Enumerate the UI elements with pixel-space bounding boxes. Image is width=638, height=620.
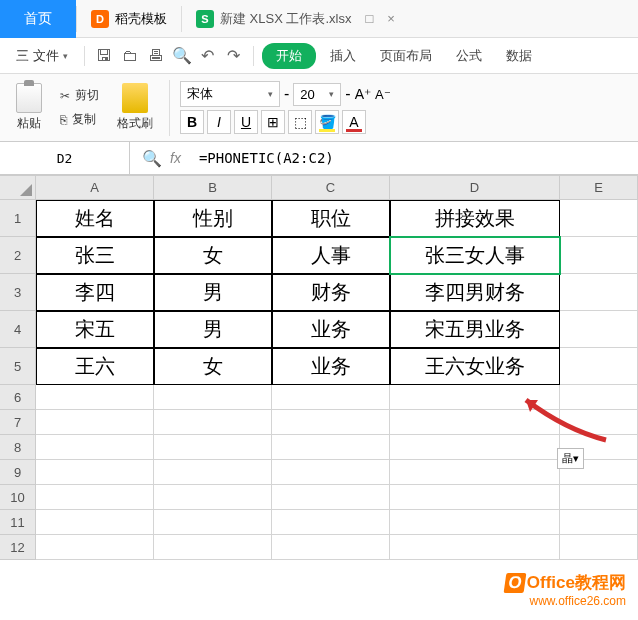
cell[interactable] — [272, 435, 390, 460]
cell[interactable]: 职位 — [272, 200, 390, 237]
tab-home[interactable]: 首页 — [0, 0, 76, 38]
cell[interactable] — [154, 535, 272, 560]
folder-icon[interactable]: 🗀 — [119, 45, 141, 67]
font-name-select[interactable]: 宋体▾ — [180, 81, 280, 107]
cell[interactable] — [36, 385, 154, 410]
paste-button[interactable]: 粘贴 — [10, 79, 48, 136]
tab-docer[interactable]: D 稻壳模板 — [77, 0, 181, 38]
cell[interactable] — [36, 410, 154, 435]
cut-button[interactable]: ✂剪切 — [54, 85, 105, 106]
font-color-button[interactable]: A — [342, 110, 366, 134]
fill-color-button[interactable]: 🪣 — [315, 110, 339, 134]
row-header[interactable]: 7 — [0, 410, 36, 435]
row-header[interactable]: 11 — [0, 510, 36, 535]
cell[interactable] — [154, 410, 272, 435]
cell[interactable] — [560, 200, 638, 237]
ribbon-tab-insert[interactable]: 插入 — [320, 43, 366, 69]
save-icon[interactable]: 🖫 — [93, 45, 115, 67]
row-header[interactable]: 5 — [0, 348, 36, 385]
cell[interactable]: 宋五 — [36, 311, 154, 348]
row-header[interactable]: 3 — [0, 274, 36, 311]
cell[interactable]: 拼接效果 — [390, 200, 560, 237]
format-painter-button[interactable]: 格式刷 — [111, 79, 159, 136]
cell[interactable] — [560, 485, 638, 510]
cell[interactable] — [272, 510, 390, 535]
row-header[interactable]: 8 — [0, 435, 36, 460]
col-header-c[interactable]: C — [272, 176, 390, 200]
col-header-b[interactable]: B — [154, 176, 272, 200]
cell-reference[interactable]: D2 — [0, 142, 130, 174]
decrease-font-icon[interactable]: A⁻ — [375, 87, 391, 102]
cell[interactable]: 李四男财务 — [390, 274, 560, 311]
zoom-icon[interactable]: 🔍 — [142, 149, 162, 168]
preview-icon[interactable]: 🔍 — [171, 45, 193, 67]
cell[interactable] — [154, 385, 272, 410]
cell[interactable]: 男 — [154, 311, 272, 348]
cell[interactable]: 王六 — [36, 348, 154, 385]
row-header[interactable]: 2 — [0, 237, 36, 274]
cell[interactable] — [390, 485, 560, 510]
cell[interactable] — [272, 535, 390, 560]
cell[interactable] — [390, 510, 560, 535]
cell[interactable] — [272, 460, 390, 485]
ribbon-tab-layout[interactable]: 页面布局 — [370, 43, 442, 69]
col-header-e[interactable]: E — [560, 176, 638, 200]
cell[interactable] — [390, 460, 560, 485]
cell[interactable] — [560, 510, 638, 535]
cell[interactable]: 女 — [154, 237, 272, 274]
cell[interactable] — [154, 510, 272, 535]
row-header[interactable]: 9 — [0, 460, 36, 485]
ribbon-tab-formula[interactable]: 公式 — [446, 43, 492, 69]
cell[interactable] — [36, 510, 154, 535]
redo-icon[interactable]: ↷ — [223, 45, 245, 67]
print-icon[interactable]: 🖶 — [145, 45, 167, 67]
cell[interactable]: 李四 — [36, 274, 154, 311]
select-all-corner[interactable] — [0, 176, 36, 200]
cell[interactable]: 财务 — [272, 274, 390, 311]
col-header-a[interactable]: A — [36, 176, 154, 200]
cell[interactable] — [36, 485, 154, 510]
underline-button[interactable]: U — [234, 110, 258, 134]
cell[interactable]: 男 — [154, 274, 272, 311]
cell[interactable] — [560, 274, 638, 311]
row-header[interactable]: 12 — [0, 535, 36, 560]
cell[interactable]: 人事 — [272, 237, 390, 274]
cell[interactable]: 女 — [154, 348, 272, 385]
col-header-d[interactable]: D — [390, 176, 560, 200]
ribbon-tab-data[interactable]: 数据 — [496, 43, 542, 69]
cell[interactable] — [560, 535, 638, 560]
cell[interactable]: 业务 — [272, 348, 390, 385]
file-menu[interactable]: 三 文件 ▾ — [8, 44, 76, 68]
increase-font-icon[interactable]: A⁺ — [355, 86, 371, 102]
close-icon[interactable]: □ — [365, 11, 373, 26]
italic-button[interactable]: I — [207, 110, 231, 134]
cell[interactable]: 张三女人事 — [390, 237, 560, 274]
fx-icon[interactable]: fx — [170, 150, 181, 166]
cell[interactable]: 姓名 — [36, 200, 154, 237]
cell[interactable] — [560, 237, 638, 274]
cell[interactable] — [272, 410, 390, 435]
cell[interactable]: 性别 — [154, 200, 272, 237]
cell[interactable]: 王六女业务 — [390, 348, 560, 385]
cell[interactable]: 张三 — [36, 237, 154, 274]
bold-button[interactable]: B — [180, 110, 204, 134]
cell[interactable]: 业务 — [272, 311, 390, 348]
cell[interactable] — [36, 535, 154, 560]
row-header[interactable]: 4 — [0, 311, 36, 348]
border-button[interactable]: ⊞ — [261, 110, 285, 134]
cell[interactable] — [560, 311, 638, 348]
cell[interactable]: 宋五男业务 — [390, 311, 560, 348]
row-header[interactable]: 10 — [0, 485, 36, 510]
cell[interactable] — [36, 460, 154, 485]
cell[interactable] — [154, 460, 272, 485]
cell[interactable] — [154, 435, 272, 460]
cell[interactable] — [272, 385, 390, 410]
undo-icon[interactable]: ↶ — [197, 45, 219, 67]
tab-file[interactable]: S 新建 XLSX 工作表.xlsx □ × — [182, 0, 409, 38]
cell[interactable] — [560, 348, 638, 385]
cell-style-button[interactable]: ⬚ — [288, 110, 312, 134]
cell[interactable] — [36, 435, 154, 460]
row-header[interactable]: 6 — [0, 385, 36, 410]
formula-input[interactable] — [193, 150, 638, 166]
cell[interactable] — [154, 485, 272, 510]
